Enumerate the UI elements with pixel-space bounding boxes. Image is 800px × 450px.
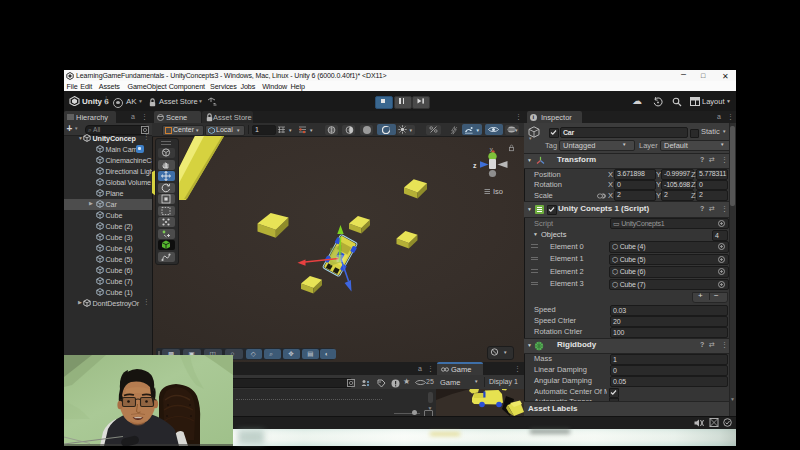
svg-text:Iso: Iso (493, 187, 503, 196)
svg-text:z: z (473, 162, 477, 169)
